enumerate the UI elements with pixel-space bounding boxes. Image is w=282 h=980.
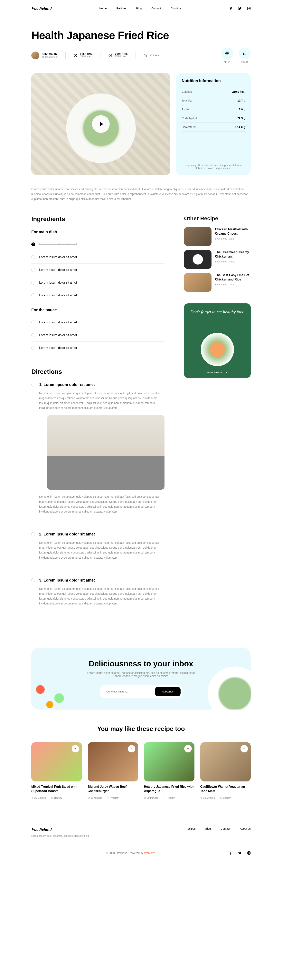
nutrition-row: Total Fat10.7 g	[182, 96, 245, 105]
share-button[interactable]: SHARE	[239, 48, 251, 63]
cook-time: COOK TIME 15 Minutes	[108, 53, 128, 58]
direction-step: 1. Lorem ipsum dolor sit ametNemo enim i…	[31, 382, 165, 522]
nav-link[interactable]: About us	[171, 7, 181, 10]
social-links	[229, 7, 251, 10]
share-icon	[243, 51, 247, 55]
svg-point-8	[248, 853, 249, 854]
ingredient-item[interactable]: Lorem ipsum dolor sit amet	[31, 289, 165, 302]
checkbox-icon[interactable]	[31, 346, 35, 350]
checkbox-icon[interactable]	[31, 281, 35, 285]
step-image	[47, 415, 165, 490]
ingredient-item[interactable]: Lorem ipsum dolor sit amet	[31, 238, 165, 251]
nav-link[interactable]: Contact	[151, 7, 161, 10]
sidebar-recipe[interactable]: The Creamiest Creamy Chicken an...By And…	[184, 250, 251, 269]
footer-nav: RecipesBlogContactAbout us	[185, 827, 251, 830]
checkbox-icon[interactable]	[31, 293, 35, 298]
ingredient-item[interactable]: Lorem ipsum dolor sit amet	[31, 329, 165, 342]
subscribe-button[interactable]: Subscribe	[155, 687, 181, 696]
instagram-icon[interactable]	[247, 851, 251, 855]
footer-link[interactable]: Blog	[205, 827, 211, 830]
checkbox-icon[interactable]	[31, 255, 35, 259]
play-button[interactable]	[92, 115, 110, 133]
print-button[interactable]: PRINT	[221, 48, 233, 63]
card-image: ♥	[88, 742, 138, 781]
footer-logo[interactable]: Foodieland	[31, 827, 89, 832]
prep-time: PREP TIME 15 Minutes	[73, 53, 92, 58]
footer-link[interactable]: Recipes	[185, 827, 196, 830]
step-checkbox[interactable]	[31, 383, 35, 387]
promo-card[interactable]: Don't forget to eat healthy food www.foo…	[184, 304, 251, 378]
recipe-card[interactable]: ♥Cauliflower Walnut Vegetarian Taco Meat…	[200, 742, 251, 799]
direction-step: 3. Lorem ipsum dolor sit ametNemo enim i…	[31, 578, 165, 614]
footer-link[interactable]: About us	[240, 827, 251, 830]
recipe-card[interactable]: ♥Mixed Tropical Fruit Salad with Superfo…	[31, 742, 82, 799]
nutrition-row: Carbohydrate22.3 g	[182, 114, 245, 123]
card-image: ♥	[144, 742, 195, 781]
recipe-title: Health Japanese Fried Rice	[31, 29, 251, 41]
ingredients-heading: Ingredients	[31, 215, 165, 223]
checkbox-icon[interactable]	[31, 333, 35, 337]
clock-icon	[108, 54, 112, 57]
heart-icon[interactable]: ♥	[184, 745, 192, 752]
facebook-icon[interactable]	[229, 851, 233, 855]
sidebar-recipe[interactable]: Chicken Meatball with Creamy Chees...By …	[184, 227, 251, 246]
fork-knife-icon: 🍴 Western	[107, 797, 119, 799]
nutrition-panel: Nutrition Information Calories219.9 kcal…	[176, 73, 251, 175]
email-input[interactable]	[101, 687, 155, 696]
nutrition-note: adipiscing elit, sed do eiusmod tempor i…	[182, 156, 245, 170]
footer-socials	[229, 851, 251, 855]
fork-knife-icon: 🍴 Eastern	[220, 797, 231, 799]
category: Chicken	[144, 54, 158, 57]
decor-salad	[208, 667, 251, 710]
recipe-card[interactable]: ♥Healthy Japanese Fried Rice with Aspara…	[144, 742, 195, 799]
twitter-icon[interactable]	[238, 851, 242, 855]
subscribe-form: Subscribe	[100, 686, 182, 698]
clock-icon	[73, 54, 78, 57]
checkbox-icon[interactable]	[31, 268, 35, 272]
intro-text: Lorem ipsum dolor sit amet, consectetur …	[31, 187, 251, 202]
heart-icon[interactable]: ♥	[72, 745, 79, 752]
author-block[interactable]: John Smith 15 March 2022	[31, 51, 57, 59]
checkbox-icon[interactable]	[31, 320, 35, 325]
decor-vegetables	[31, 672, 84, 710]
recipe-card[interactable]: ♥Big and Juicy Wagyu Beef Cheeseburger⏱ …	[88, 742, 138, 799]
footer-desc: Lorem ipsum dolor sit amet, consectetuip…	[31, 834, 89, 837]
author-name: John Smith	[42, 52, 57, 56]
logo[interactable]: Foodieland	[31, 6, 52, 11]
sidebar-heading: Other Recipe	[184, 215, 251, 222]
instagram-icon[interactable]	[247, 7, 251, 10]
recipe-thumb	[184, 273, 211, 292]
card-image: ♥	[200, 742, 251, 781]
recipe-meta: John Smith 15 March 2022 PREP TIME 15 Mi…	[31, 48, 251, 63]
heart-icon[interactable]: ♥	[241, 745, 248, 752]
fork-knife-icon: 🍴 Healthy	[51, 797, 62, 799]
ingredient-item[interactable]: Lorem ipsum dolor sit amet	[31, 276, 165, 289]
nav-link[interactable]: Recipes	[117, 7, 127, 10]
ingredient-group-title: For the sauce	[31, 308, 165, 312]
ingredient-item[interactable]: Lorem ipsum dolor sit amet	[31, 264, 165, 276]
hero-video[interactable]	[31, 73, 170, 175]
checkbox-icon[interactable]	[31, 242, 35, 247]
publish-date: 15 March 2022	[42, 56, 57, 59]
subscribe-text: Lorem ipsum dolor sit amet, consectetuip…	[86, 671, 196, 678]
nutrition-row: Protein7.9 g	[182, 105, 245, 114]
ingredient-item[interactable]: Lorem ipsum dolor sit amet	[31, 342, 165, 354]
nav-link[interactable]: Blog	[136, 7, 142, 10]
nav-link[interactable]: Home	[99, 7, 106, 10]
ingredient-item[interactable]: Lorem ipsum dolor sit amet	[31, 316, 165, 329]
author-avatar	[31, 51, 39, 59]
step-checkbox[interactable]	[31, 532, 35, 536]
twitter-icon[interactable]	[238, 7, 242, 10]
nutrition-row: Cholesterol37.4 mg	[182, 123, 245, 132]
svg-point-9	[250, 852, 250, 852]
sidebar-recipe[interactable]: The Best Easy One Pot Chicken and RiceBy…	[184, 273, 251, 292]
footer-link[interactable]: Contact	[220, 827, 230, 830]
suggested-recipes: You may like these recipe too ♥Mixed Tro…	[31, 725, 251, 799]
card-image: ♥	[31, 742, 82, 781]
ingredient-item[interactable]: Lorem ipsum dolor sit amet	[31, 251, 165, 264]
copyright: © 2020 Flowbase. Powered by Webflow	[106, 851, 155, 854]
step-checkbox[interactable]	[31, 578, 35, 582]
heart-icon[interactable]: ♥	[128, 745, 135, 752]
facebook-icon[interactable]	[229, 7, 233, 10]
ingredient-group-title: For main dish	[31, 230, 165, 234]
